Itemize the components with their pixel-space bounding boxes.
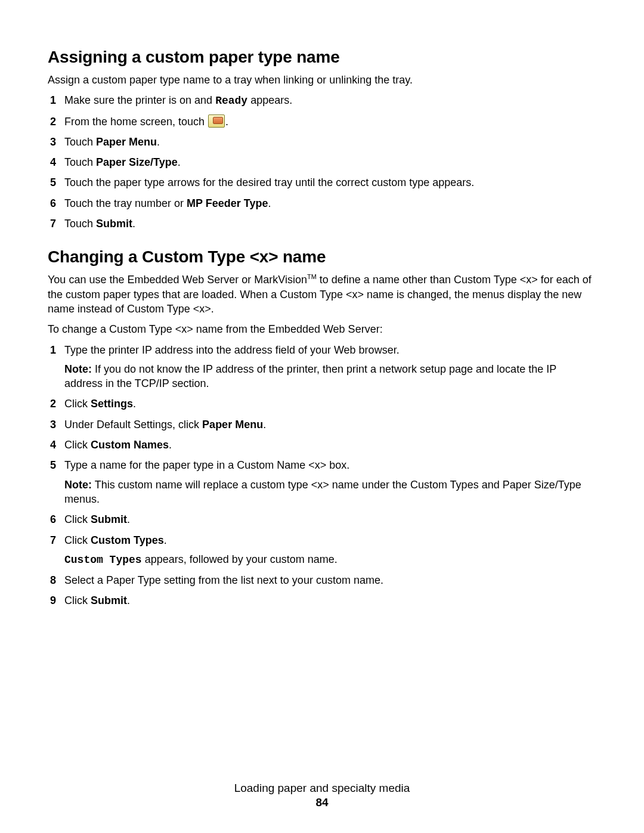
step-text: Touch the tray number or xyxy=(64,197,187,209)
step-text: Under Default Settings, click xyxy=(64,419,202,431)
page-footer: Loading paper and specialty media 84 xyxy=(0,782,644,809)
step-text: . xyxy=(132,218,135,230)
custom-names-label: Custom Names xyxy=(91,439,169,451)
section1-step-4: Touch Paper Size/Type. xyxy=(48,155,596,169)
footer-section-title: Loading paper and specialty media xyxy=(0,782,644,795)
submit-label: Submit xyxy=(96,218,132,230)
section1-step-2: From the home screen, touch . xyxy=(48,114,596,129)
section1-step-7: Touch Submit. xyxy=(48,216,596,231)
settings-menu-icon xyxy=(208,114,225,128)
step-text: . xyxy=(178,156,181,168)
paper-menu-label: Paper Menu xyxy=(96,136,157,148)
section1-step-6: Touch the tray number or MP Feeder Type. xyxy=(48,196,596,210)
note-label: Note: xyxy=(64,363,92,375)
note-label: Note: xyxy=(64,479,92,491)
section1-intro: Assign a custom paper type name to a tra… xyxy=(48,73,596,87)
submit-label: Submit xyxy=(91,594,127,606)
custom-types-label: Custom Types xyxy=(91,534,164,546)
step-text: Type a name for the paper type in a Cust… xyxy=(64,459,349,471)
section1-steps: Make sure the printer is on and Ready ap… xyxy=(48,93,596,231)
custom-types-mono: Custom Types xyxy=(64,554,142,566)
step1-note: Note: If you do not know the IP address … xyxy=(64,362,596,391)
step-text: . xyxy=(164,534,167,546)
step-text: . xyxy=(133,398,136,410)
paper-size-type-label: Paper Size/Type xyxy=(96,156,178,168)
settings-label: Settings xyxy=(91,398,133,410)
submit-label: Submit xyxy=(91,513,127,525)
section2-step-5: Type a name for the paper type in a Cust… xyxy=(48,458,596,506)
note-text: This custom name will replace a custom t… xyxy=(64,479,581,505)
trademark-symbol: TM xyxy=(307,273,317,280)
section1-step-3: Touch Paper Menu. xyxy=(48,135,596,149)
section2-intro2: To change a Custom Type <x> name from th… xyxy=(48,322,596,336)
step-text: Select a Paper Type setting from the lis… xyxy=(64,574,383,586)
step-text: . xyxy=(169,439,172,451)
section1-step-1: Make sure the printer is on and Ready ap… xyxy=(48,93,596,108)
step5-note: Note: This custom name will replace a cu… xyxy=(64,478,596,507)
step-text: From the home screen, touch xyxy=(64,116,208,128)
note-text: If you do not know the IP address of the… xyxy=(64,363,556,389)
step-text: Touch xyxy=(64,136,96,148)
section2-step-7: Click Custom Types. Custom Types appears… xyxy=(48,533,596,568)
step-text: . xyxy=(225,116,228,128)
step-text: Make sure the printer is on and xyxy=(64,94,215,106)
step-text: . xyxy=(127,513,130,525)
section2-step-6: Click Submit. xyxy=(48,512,596,527)
step-text: . xyxy=(263,419,266,431)
section2-step-8: Select a Paper Type setting from the lis… xyxy=(48,573,596,587)
section2-step-9: Click Submit. xyxy=(48,593,596,608)
step-text: Touch xyxy=(64,156,96,168)
section2-step-3: Under Default Settings, click Paper Menu… xyxy=(48,417,596,432)
paper-menu-label: Paper Menu xyxy=(202,419,263,431)
section2-steps: Type the printer IP address into the add… xyxy=(48,343,596,608)
step-text: Click xyxy=(64,513,91,525)
step-text: appears. xyxy=(247,94,292,106)
step-text: Click xyxy=(64,594,91,606)
footer-page-number: 84 xyxy=(0,796,644,809)
ready-text: Ready xyxy=(215,95,247,107)
step-text: . xyxy=(127,594,130,606)
page-content: Assigning a custom paper type name Assig… xyxy=(0,0,644,833)
step7-subtext: Custom Types appears, followed by your c… xyxy=(64,552,596,567)
section2-step-1: Type the printer IP address into the add… xyxy=(48,343,596,391)
step-text: Type the printer IP address into the add… xyxy=(64,344,400,356)
section2-step-4: Click Custom Names. xyxy=(48,438,596,452)
step-text: Click xyxy=(64,398,91,410)
section2-intro: You can use the Embedded Web Server or M… xyxy=(48,272,596,316)
section2-step-2: Click Settings. xyxy=(48,397,596,411)
step-text: Touch the paper type arrows for the desi… xyxy=(64,176,474,188)
step-text: Touch xyxy=(64,218,96,230)
section2-heading: Changing a Custom Type <x> name xyxy=(48,247,596,267)
section1-heading: Assigning a custom paper type name xyxy=(48,48,596,67)
section1-step-5: Touch the paper type arrows for the desi… xyxy=(48,175,596,190)
mp-feeder-type-label: MP Feeder Type xyxy=(187,197,268,209)
step-text: . xyxy=(268,197,271,209)
step-text: Click xyxy=(64,439,91,451)
subtext-rest: appears, followed by your custom name. xyxy=(142,553,338,565)
step-text: . xyxy=(157,136,160,148)
intro-text: You can use the Embedded Web Server or M… xyxy=(48,274,307,286)
step-text: Click xyxy=(64,534,91,546)
